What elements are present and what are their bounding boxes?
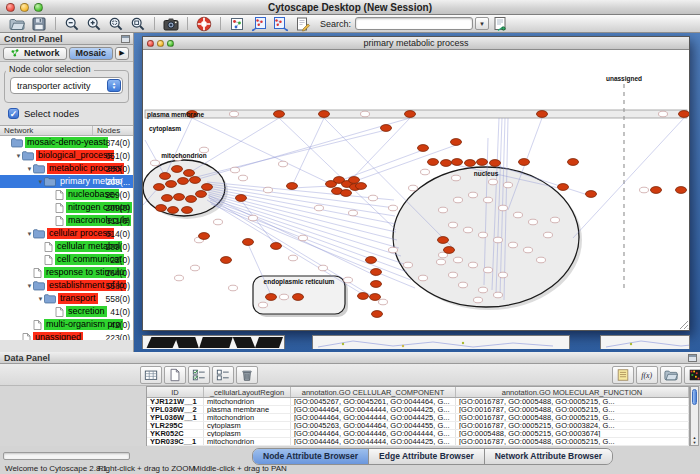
tab-network-attribute-browser[interactable]: Network Attribute Browser <box>485 449 612 464</box>
graph-node-highlighted[interactable] <box>341 190 352 197</box>
graph-node-highlighted[interactable] <box>568 159 579 166</box>
table-column-header[interactable]: ID <box>147 387 204 397</box>
graph-node-highlighted[interactable] <box>651 187 662 194</box>
graph-node-unselected[interactable] <box>289 255 298 261</box>
graph-node-unselected[interactable] <box>489 179 498 185</box>
graph-node-unselected[interactable] <box>344 277 353 283</box>
graph-node-highlighted[interactable] <box>371 269 382 276</box>
graph-node-unselected[interactable] <box>514 212 523 218</box>
graph-node-highlighted[interactable] <box>366 257 377 264</box>
graph-node-highlighted[interactable] <box>418 145 429 152</box>
graph-node-unselected[interactable] <box>469 192 478 198</box>
tree-item-nitrogen-compo[interactable]: nitrogen compo209(0) <box>0 201 133 214</box>
graph-node-highlighted[interactable] <box>221 257 232 264</box>
graph-node-unselected[interactable] <box>437 259 446 265</box>
table-row[interactable]: YLR295Ccytoplasm[GO:0045263, GO:0044464,… <box>147 422 689 430</box>
snapshot-button[interactable] <box>160 15 182 32</box>
tree-item-metabolic-process[interactable]: ▼metabolic process280(0) <box>0 162 133 175</box>
background-window-sliver[interactable] <box>600 335 690 349</box>
table-column-header[interactable]: _cellularLayoutRegion <box>204 387 291 397</box>
search-input[interactable] <box>355 17 473 30</box>
graph-node-unselected[interactable] <box>231 167 240 173</box>
graph-node-highlighted[interactable] <box>186 196 197 203</box>
graph-node-highlighted[interactable] <box>156 205 167 212</box>
disclosure-triangle-icon[interactable]: ▼ <box>15 153 22 159</box>
annotation-button[interactable] <box>292 15 314 32</box>
export-network-button[interactable] <box>270 15 292 32</box>
graph-node-highlighted[interactable] <box>319 111 330 118</box>
zoom-fit-button[interactable] <box>127 15 149 32</box>
float-panel-icon[interactable] <box>121 35 130 43</box>
table-row[interactable]: YJR121W__1mitochondrion[GO:0045267, GO:0… <box>147 398 689 406</box>
graph-node-unselected[interactable] <box>259 302 268 308</box>
graph-node-unselected[interactable] <box>191 265 200 271</box>
table-row[interactable]: YDR039C__1mitochondrion[GO:0044464, GO:0… <box>147 438 689 446</box>
new-attribute-button[interactable] <box>164 366 186 384</box>
table-row[interactable]: YPL036W__1mitochondrion[GO:0044464, GO:0… <box>147 414 689 422</box>
graph-node-unselected[interactable] <box>361 111 370 117</box>
search-options-chevron-icon[interactable]: ▼ <box>475 17 489 30</box>
tab-network[interactable]: Network <box>3 47 67 60</box>
zoom-region-button[interactable] <box>105 15 127 32</box>
tree-item-cellular-process[interactable]: ▼cellular process614(0) <box>0 227 133 240</box>
save-button[interactable] <box>28 15 50 32</box>
graph-node-unselected[interactable] <box>504 182 513 188</box>
background-window-sliver[interactable] <box>312 335 570 349</box>
disclosure-triangle-icon[interactable]: ▼ <box>37 179 44 185</box>
graph-node-unselected[interactable] <box>551 217 560 223</box>
graph-node-highlighted[interactable] <box>182 207 193 214</box>
zoom-in-button[interactable] <box>83 15 105 32</box>
graph-node-highlighted[interactable] <box>451 139 462 146</box>
graph-node-highlighted[interactable] <box>202 184 213 191</box>
graph-node-unselected[interactable] <box>454 197 463 203</box>
graph-node-unselected[interactable] <box>239 175 248 181</box>
graph-node-highlighted[interactable] <box>438 237 449 244</box>
tree-item-cellular-metabol[interactable]: cellular metabol209(0) <box>0 240 133 253</box>
select-attributes-button[interactable] <box>188 366 210 384</box>
table-button[interactable] <box>140 366 162 384</box>
tree-item-nucleobase-[interactable]: nucleobase-209(0) <box>0 188 133 201</box>
graph-node-unselected[interactable] <box>349 210 358 216</box>
graph-node-unselected[interactable] <box>369 195 378 201</box>
tree-item-unassigned[interactable]: unassigned223(0) <box>0 331 133 340</box>
graph-node-highlighted[interactable] <box>428 159 439 166</box>
graph-node-unselected[interactable] <box>229 285 238 291</box>
unselect-attributes-button[interactable] <box>212 366 234 384</box>
graph-node-unselected[interactable] <box>230 111 239 117</box>
graph-node-unselected[interactable] <box>459 282 468 288</box>
graph-node-highlighted[interactable] <box>293 294 304 301</box>
graph-node-unselected[interactable] <box>509 242 518 248</box>
graph-node-unselected[interactable] <box>499 272 508 278</box>
graph-node-unselected[interactable] <box>479 287 488 293</box>
background-window-sliver[interactable] <box>142 335 285 349</box>
graph-node-highlighted[interactable] <box>537 111 548 118</box>
graph-node-highlighted[interactable] <box>490 160 501 167</box>
graph-node-unselected[interactable] <box>175 275 184 281</box>
graph-node-highlighted[interactable] <box>174 194 185 201</box>
graph-node-unselected[interactable] <box>439 207 448 213</box>
graph-node-highlighted[interactable] <box>154 184 165 191</box>
graph-node-highlighted[interactable] <box>266 294 277 301</box>
search-configure-button[interactable] <box>489 15 511 32</box>
graph-node-highlighted[interactable] <box>558 184 569 191</box>
graph-node-unselected[interactable] <box>484 267 493 273</box>
disclosure-triangle-icon[interactable]: ▼ <box>26 283 33 289</box>
graph-node-highlighted[interactable] <box>190 177 201 184</box>
graph-node-highlighted[interactable] <box>452 159 463 166</box>
graph-node-unselected[interactable] <box>640 187 649 193</box>
graph-node-highlighted[interactable] <box>199 233 210 240</box>
resize-grip-icon[interactable] <box>678 319 689 330</box>
network-canvas[interactable]: plasma membranecytoplasmmitochondrionnuc… <box>143 50 689 330</box>
graph-node-highlighted[interactable] <box>405 111 416 118</box>
delete-attribute-button[interactable] <box>236 366 258 384</box>
more-tabs-button[interactable]: ▶ <box>115 47 129 60</box>
graph-node-highlighted[interactable] <box>196 191 207 198</box>
graph-node-unselected[interactable] <box>524 247 533 253</box>
table-row[interactable]: YKR052Ccytoplasm[GO:0044464, GO:0044446,… <box>147 430 689 438</box>
graph-edge[interactable] <box>208 188 396 224</box>
graph-node-unselected[interactable] <box>319 265 328 271</box>
graph-node-highlighted[interactable] <box>243 239 254 246</box>
float-data-panel-icon[interactable] <box>688 354 697 362</box>
graph-node-unselected[interactable] <box>404 262 413 268</box>
graph-node-unselected[interactable] <box>474 297 483 303</box>
